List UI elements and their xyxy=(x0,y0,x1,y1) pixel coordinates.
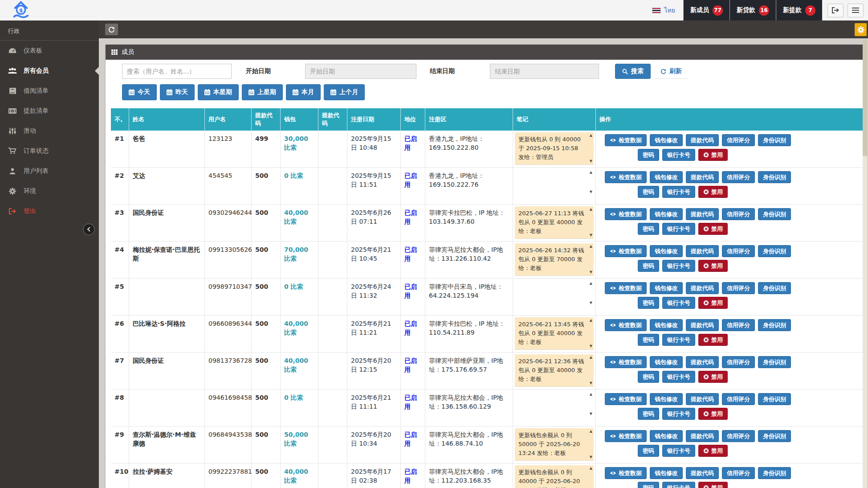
disable-button[interactable]: 禁用 xyxy=(698,149,728,161)
quick-date-button[interactable]: 本星期 xyxy=(198,84,239,100)
wallet-edit-button[interactable]: 钱包修改 xyxy=(650,282,683,294)
password-button[interactable]: 密码 xyxy=(638,371,659,383)
scroll-up-icon[interactable]: ▲ xyxy=(590,356,592,359)
quick-date-button[interactable]: 昨天 xyxy=(160,84,195,100)
page-scrollbar[interactable] xyxy=(863,40,867,488)
bank-card-button[interactable]: 银行卡号 xyxy=(662,149,695,161)
withdraw-code-button[interactable]: 提款代码 xyxy=(686,393,719,405)
password-button[interactable]: 密码 xyxy=(638,223,659,235)
password-button[interactable]: 密码 xyxy=(638,408,659,420)
credit-score-button[interactable]: 信用评分 xyxy=(722,467,755,479)
password-button[interactable]: 密码 xyxy=(638,482,659,488)
check-data-button[interactable]: 检查数据 xyxy=(605,430,647,442)
note-textarea[interactable]: 更新钱包从 0 到 40000 于 2025-09-15 10:58 发给：管理… xyxy=(515,132,594,165)
password-button[interactable]: 密码 xyxy=(638,186,659,198)
scroll-up-icon[interactable]: ▲ xyxy=(590,319,592,322)
check-data-button[interactable]: 检查数据 xyxy=(605,245,647,257)
note-textarea[interactable]: 2025-06-27 11:13 将钱包从 0 更新至 40000 发给：老板 … xyxy=(515,206,594,239)
credit-score-button[interactable]: 信用评分 xyxy=(722,134,755,146)
app-logo[interactable]: $ xyxy=(0,0,99,21)
identity-button[interactable]: 身份识别 xyxy=(758,467,791,479)
withdraw-code-button[interactable]: 提款代码 xyxy=(686,282,719,294)
identity-button[interactable]: 身份识别 xyxy=(758,171,791,183)
check-data-button[interactable]: 检查数据 xyxy=(605,319,647,331)
credit-score-button[interactable]: 信用评分 xyxy=(722,356,755,368)
end-date-input[interactable] xyxy=(490,64,599,79)
credit-score-button[interactable]: 信用评分 xyxy=(722,319,755,331)
withdraw-code-button[interactable]: 提款代码 xyxy=(686,467,719,479)
check-data-button[interactable]: 检查数据 xyxy=(605,356,647,368)
bank-card-button[interactable]: 银行卡号 xyxy=(662,186,695,198)
scroll-up-icon[interactable]: ▲ xyxy=(590,393,592,396)
disable-button[interactable]: 禁用 xyxy=(698,297,728,309)
search-input[interactable] xyxy=(122,64,232,79)
withdraw-code-button[interactable]: 提款代码 xyxy=(686,208,719,220)
disable-button[interactable]: 禁用 xyxy=(698,445,728,457)
withdraw-code-button[interactable]: 提款代码 xyxy=(686,356,719,368)
scrollbar-thumb[interactable] xyxy=(863,40,867,156)
check-data-button[interactable]: 检查数据 xyxy=(605,134,647,146)
sidebar-item-withdraw-list[interactable]: 提款清单 xyxy=(0,101,99,121)
scroll-down-icon[interactable]: ▼ xyxy=(590,160,592,163)
scroll-down-icon[interactable]: ▼ xyxy=(590,190,592,194)
scroll-up-icon[interactable]: ▲ xyxy=(590,134,592,137)
scroll-down-icon[interactable]: ▼ xyxy=(590,455,592,459)
withdraw-code-button[interactable]: 提款代码 xyxy=(686,319,719,331)
note-textarea[interactable]: 2025-06-21 13:45 将钱包从 0 更新至 40000 发给：老板 … xyxy=(515,317,594,350)
credit-score-button[interactable]: 信用评分 xyxy=(722,208,755,220)
withdraw-code-button[interactable]: 提款代码 xyxy=(686,171,719,183)
credit-score-button[interactable]: 信用评分 xyxy=(722,393,755,405)
wallet-edit-button[interactable]: 钱包修改 xyxy=(650,208,683,220)
disable-button[interactable]: 禁用 xyxy=(698,260,728,272)
logout-button[interactable] xyxy=(827,4,844,17)
sidebar-item-loan-list[interactable]: 借阅清单 xyxy=(0,81,99,101)
wallet-edit-button[interactable]: 钱包修改 xyxy=(650,467,683,479)
scroll-down-icon[interactable]: ▼ xyxy=(590,412,592,416)
note-textarea[interactable]: ▲ ▼ xyxy=(515,280,594,306)
check-data-button[interactable]: 检查数据 xyxy=(605,393,647,405)
sidebar-item-logout[interactable]: 登出 xyxy=(0,201,99,221)
refresh-page-button[interactable] xyxy=(105,24,118,35)
scroll-down-icon[interactable]: ▼ xyxy=(590,381,592,385)
scroll-down-icon[interactable]: ▼ xyxy=(590,271,592,274)
scroll-down-icon[interactable]: ▼ xyxy=(590,344,592,348)
note-textarea[interactable]: 2025-06-26 14:32 将钱包从 0 更新至 70000 发给：老板 … xyxy=(515,243,594,276)
withdraw-code-button[interactable]: 提款代码 xyxy=(686,430,719,442)
language-selector[interactable]: ไทย xyxy=(644,0,683,21)
disable-button[interactable]: 禁用 xyxy=(698,334,728,346)
wallet-edit-button[interactable]: 钱包修改 xyxy=(650,319,683,331)
credit-score-button[interactable]: 信用评分 xyxy=(722,171,755,183)
quick-date-button[interactable]: 上个月 xyxy=(324,84,365,100)
disable-button[interactable]: 禁用 xyxy=(698,371,728,383)
navbar-counter-item[interactable]: 新提款 7 xyxy=(776,0,822,21)
quick-date-button[interactable]: 今天 xyxy=(122,84,157,100)
settings-button[interactable] xyxy=(855,23,867,36)
sidebar-item-all-members[interactable]: 所有会员 xyxy=(0,61,99,81)
note-textarea[interactable]: 更新钱包余额从 0 到 50000 于 2025-06-20 13:24 发给：… xyxy=(515,428,594,461)
scroll-up-icon[interactable]: ▲ xyxy=(590,245,592,248)
identity-button[interactable]: 身份识别 xyxy=(758,282,791,294)
scroll-up-icon[interactable]: ▲ xyxy=(590,282,592,285)
sidebar-item-order-status[interactable]: 订单状态 xyxy=(0,141,99,161)
identity-button[interactable]: 身份识别 xyxy=(758,356,791,368)
menu-toggle-button[interactable] xyxy=(848,4,864,17)
identity-button[interactable]: 身份识别 xyxy=(758,208,791,220)
disable-button[interactable]: 禁用 xyxy=(698,408,728,420)
disable-button[interactable]: 禁用 xyxy=(698,223,728,235)
bank-card-button[interactable]: 银行卡号 xyxy=(662,371,695,383)
sidebar-item-slide[interactable]: 滑动 xyxy=(0,121,99,141)
identity-button[interactable]: 身份识别 xyxy=(758,430,791,442)
credit-score-button[interactable]: 信用评分 xyxy=(722,430,755,442)
password-button[interactable]: 密码 xyxy=(638,149,659,161)
sidebar-item-user-list[interactable]: 用户列表 xyxy=(0,161,99,181)
wallet-edit-button[interactable]: 钱包修改 xyxy=(650,171,683,183)
search-button[interactable]: 搜索 xyxy=(615,64,651,79)
check-data-button[interactable]: 检查数据 xyxy=(605,208,647,220)
bank-card-button[interactable]: 银行卡号 xyxy=(662,260,695,272)
scroll-up-icon[interactable]: ▲ xyxy=(590,208,592,211)
check-data-button[interactable]: 检查数据 xyxy=(605,467,647,479)
bank-card-button[interactable]: 银行卡号 xyxy=(662,223,695,235)
scroll-up-icon[interactable]: ▲ xyxy=(590,467,592,470)
password-button[interactable]: 密码 xyxy=(638,445,659,457)
identity-button[interactable]: 身份识别 xyxy=(758,319,791,331)
